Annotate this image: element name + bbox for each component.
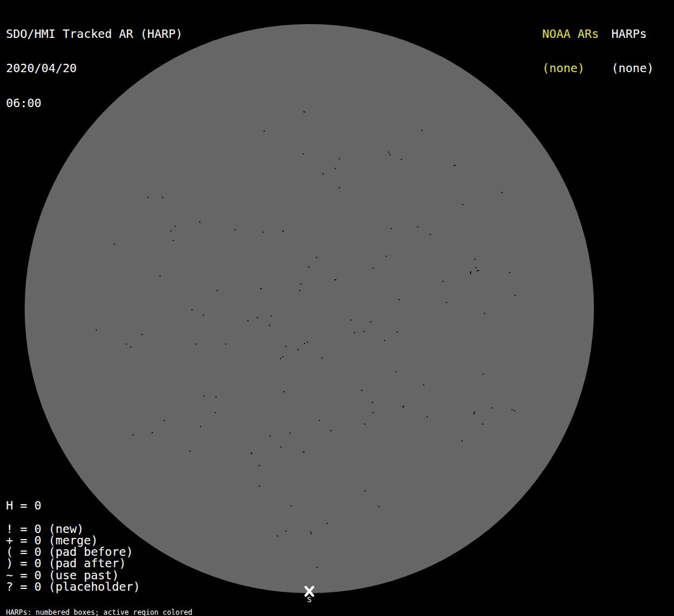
speck bbox=[316, 257, 317, 258]
speck bbox=[323, 173, 324, 174]
speck bbox=[303, 153, 304, 155]
speck bbox=[285, 531, 286, 532]
speck bbox=[446, 302, 447, 303]
speck bbox=[217, 290, 218, 291]
speck bbox=[282, 230, 284, 232]
harps-column: HARPs (none) bbox=[611, 5, 654, 97]
footnote-harps: HARPs: numbered boxes; active region col… bbox=[6, 609, 252, 616]
speck bbox=[335, 168, 336, 169]
speck bbox=[395, 371, 397, 372]
speck bbox=[319, 420, 320, 421]
speck bbox=[484, 313, 485, 314]
speck bbox=[386, 256, 387, 257]
speck bbox=[370, 321, 371, 322]
noaa-ars-column: NOAA ARs (none) bbox=[542, 5, 599, 97]
speck bbox=[478, 270, 479, 271]
speck bbox=[215, 396, 217, 398]
speck bbox=[492, 407, 493, 408]
speck bbox=[257, 317, 258, 318]
speck bbox=[365, 490, 366, 491]
speck bbox=[442, 281, 444, 282]
speck bbox=[501, 192, 502, 193]
speck bbox=[271, 315, 272, 316]
speck bbox=[303, 451, 305, 452]
noaa-ars-label: NOAA ARs bbox=[542, 28, 599, 40]
speck bbox=[130, 346, 131, 348]
speck bbox=[509, 272, 510, 273]
speck bbox=[215, 412, 216, 413]
speck bbox=[277, 535, 278, 537]
legend-line: ? = 0 (placeholder) bbox=[6, 581, 140, 593]
footnotes: HARPs: numbered boxes; active region col… bbox=[6, 594, 252, 616]
speck bbox=[264, 131, 265, 132]
speck bbox=[483, 374, 484, 375]
speck bbox=[247, 320, 249, 321]
speck bbox=[285, 346, 286, 347]
speck bbox=[297, 349, 298, 350]
speck bbox=[280, 446, 282, 448]
speck bbox=[225, 343, 226, 345]
speck bbox=[310, 531, 311, 532]
speck bbox=[260, 288, 262, 289]
speck bbox=[141, 334, 143, 335]
speck bbox=[303, 111, 305, 112]
speck bbox=[147, 197, 149, 198]
speck bbox=[269, 325, 270, 326]
speck bbox=[282, 356, 283, 357]
speck bbox=[339, 187, 340, 188]
speck bbox=[330, 430, 332, 431]
speck bbox=[354, 332, 355, 333]
speck bbox=[373, 268, 374, 269]
speck bbox=[363, 331, 365, 332]
speck bbox=[512, 409, 513, 410]
speck bbox=[126, 343, 127, 345]
speck bbox=[321, 357, 323, 359]
speck bbox=[361, 390, 362, 391]
speck bbox=[162, 197, 163, 198]
speck bbox=[339, 158, 340, 159]
speck bbox=[304, 343, 305, 344]
south-pole-marker: S bbox=[304, 586, 315, 604]
speck bbox=[364, 424, 365, 425]
speck bbox=[462, 204, 463, 205]
speck bbox=[515, 295, 516, 296]
speck bbox=[96, 330, 97, 331]
speck bbox=[373, 412, 374, 413]
legend-block: H = 0! = 0 (new)+ = 0 (merge)( = 0 (pad … bbox=[6, 500, 140, 593]
harp-tracking-plot: SDO/HMI Tracked AR (HARP) 2020/04/20 06:… bbox=[0, 0, 674, 616]
speck bbox=[475, 267, 477, 268]
speck bbox=[474, 411, 475, 414]
plot-title: SDO/HMI Tracked AR (HARP) bbox=[6, 28, 183, 40]
legend-line: ! = 0 (new) bbox=[6, 523, 140, 535]
speck bbox=[170, 230, 172, 232]
plot-time: 06:00 bbox=[6, 97, 183, 109]
speck bbox=[289, 433, 291, 434]
speck bbox=[203, 395, 205, 396]
speck bbox=[462, 440, 463, 442]
speck bbox=[175, 226, 176, 227]
speck bbox=[152, 432, 153, 433]
legend-line: H = 0 bbox=[6, 500, 140, 511]
speck bbox=[259, 485, 260, 487]
speck bbox=[474, 259, 475, 260]
speck bbox=[283, 391, 285, 392]
plot-date: 2020/04/20 bbox=[6, 63, 183, 74]
legend-line bbox=[6, 511, 140, 523]
speck bbox=[403, 405, 404, 408]
speck bbox=[401, 159, 402, 160]
speck bbox=[482, 424, 483, 425]
speck bbox=[317, 567, 318, 568]
speck bbox=[200, 426, 201, 427]
speck bbox=[307, 342, 308, 343]
speck bbox=[190, 451, 191, 452]
speck bbox=[372, 402, 373, 403]
speck bbox=[195, 343, 196, 345]
speck bbox=[397, 331, 398, 333]
speck bbox=[203, 315, 204, 316]
speck bbox=[384, 340, 385, 341]
speck bbox=[291, 505, 292, 507]
harps-value: (none) bbox=[611, 63, 654, 74]
speck bbox=[159, 276, 161, 277]
speck bbox=[430, 234, 431, 235]
speck bbox=[300, 283, 301, 285]
